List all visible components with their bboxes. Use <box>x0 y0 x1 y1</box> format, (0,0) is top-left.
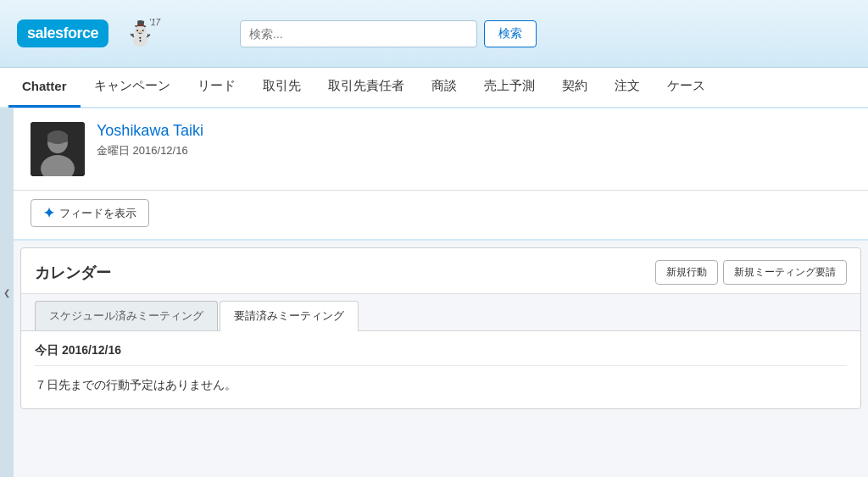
search-input[interactable] <box>240 20 477 47</box>
feed-area: ✦ フィードを表示 <box>14 191 868 241</box>
svg-rect-4 <box>47 134 68 142</box>
calendar-section: カレンダー 新規行動 新規ミーティング要請 スケジュール済みミーティング 要請済… <box>20 247 861 409</box>
nav-item-campaign[interactable]: キャンペーン <box>81 67 184 108</box>
search-button[interactable]: 検索 <box>484 20 537 47</box>
tab-scheduled-meetings[interactable]: スケジュール済みミーティング <box>35 301 218 330</box>
profile-name[interactable]: Yoshikawa Taiki <box>97 122 851 140</box>
tab-bar: スケジュール済みミーティング 要請済みミーティング <box>21 294 860 331</box>
nav-item-chatter[interactable]: Chatter <box>8 67 81 108</box>
today-label: 今日 2016/12/16 <box>35 343 847 366</box>
year-badge: '17 <box>149 18 160 27</box>
nav-item-contract[interactable]: 契約 <box>548 67 601 108</box>
avatar-image <box>31 122 85 176</box>
new-meeting-button[interactable]: 新規ミーティング要請 <box>723 260 847 285</box>
avatar <box>31 122 85 176</box>
tab-requested-meetings[interactable]: 要請済みミーティング <box>220 301 359 331</box>
content-area: Yoshikawa Taiki 金曜日 2016/12/16 ✦ フィードを表示… <box>14 108 868 477</box>
nav-item-forecast[interactable]: 売上予測 <box>470 67 548 108</box>
nav-item-contact[interactable]: 取引先責任者 <box>314 67 418 108</box>
nav-item-account[interactable]: 取引先 <box>249 67 314 108</box>
nav-bar: Chatter キャンペーン リード 取引先 取引先責任者 商談 売上予測 契約… <box>0 68 868 108</box>
calendar-title: カレンダー <box>35 263 111 283</box>
no-events-text: ７日先までの行動予定はありません。 <box>35 374 847 397</box>
new-action-button[interactable]: 新規行動 <box>655 260 718 285</box>
nav-item-lead[interactable]: リード <box>184 67 249 108</box>
plus-icon: ✦ <box>43 205 54 221</box>
profile-info: Yoshikawa Taiki 金曜日 2016/12/16 <box>97 122 851 158</box>
profile-card: Yoshikawa Taiki 金曜日 2016/12/16 <box>14 108 868 191</box>
nav-item-case[interactable]: ケース <box>654 67 719 108</box>
nav-item-opportunity[interactable]: 商談 <box>418 67 470 108</box>
profile-date: 金曜日 2016/12/16 <box>97 143 851 158</box>
chevron-right-icon: ❮ <box>3 288 10 297</box>
calendar-actions: 新規行動 新規ミーティング要請 <box>655 260 847 285</box>
page-header: salesforce ⛄ '17 検索 <box>0 0 868 68</box>
feed-display-button[interactable]: ✦ フィードを表示 <box>31 199 149 227</box>
search-area: 検索 <box>240 20 537 47</box>
sidebar-toggle[interactable]: ❮ <box>0 108 14 477</box>
nav-item-order[interactable]: 注文 <box>601 67 654 108</box>
feed-button-label: フィードを表示 <box>59 206 136 221</box>
snowman-decoration: ⛄ '17 <box>125 19 155 47</box>
main-content: ❮ Yoshikawa Taiki <box>0 108 868 477</box>
calendar-content: 今日 2016/12/16 ７日先までの行動予定はありません。 <box>21 331 860 408</box>
salesforce-logo: salesforce <box>17 19 108 47</box>
calendar-header: カレンダー 新規行動 新規ミーティング要請 <box>21 248 860 294</box>
